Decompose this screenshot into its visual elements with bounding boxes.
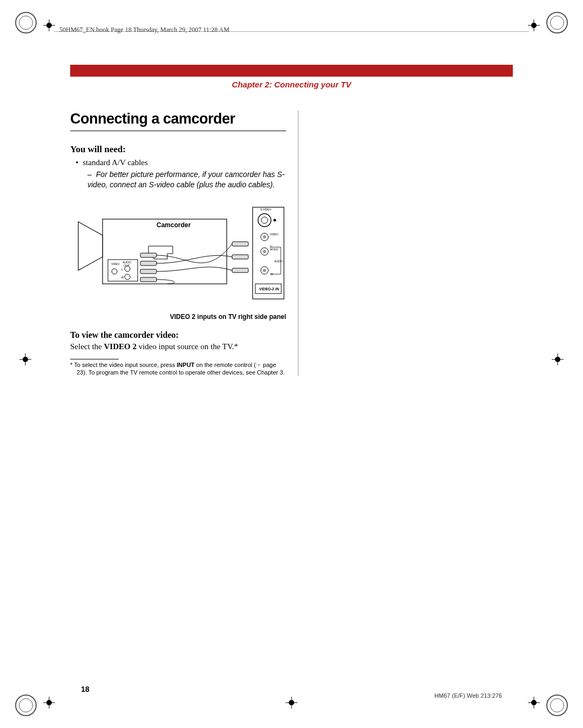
section-heading: Connecting a camcorder	[70, 111, 286, 131]
page-root: 50HM67_EN.book Page 18 Thursday, March 2…	[0, 0, 583, 728]
view-heading: To view the camcorder video:	[70, 330, 286, 340]
registration-mark-icon	[552, 353, 564, 365]
chapter-bar	[70, 65, 513, 77]
svg-text:R: R	[271, 273, 273, 276]
svg-text:R: R	[121, 276, 124, 279]
view-body: Select the VIDEO 2 video input source on…	[70, 342, 286, 351]
figure-caption: VIDEO 2 inputs on TV right side panel	[70, 313, 286, 321]
footnote-rule	[70, 359, 119, 359]
registration-mark-icon	[528, 19, 540, 31]
footnote: * To select the video input source, pres…	[70, 362, 286, 377]
svg-rect-34	[140, 269, 157, 274]
registration-mark-icon	[286, 697, 297, 709]
svg-point-28	[125, 266, 130, 271]
svg-text:S-VIDEO: S-VIDEO	[260, 208, 272, 211]
page-number: 18	[81, 685, 90, 693]
list-item-text: standard A/V cables	[83, 158, 148, 167]
right-column	[310, 111, 513, 376]
column-divider	[298, 111, 299, 376]
svg-rect-37	[232, 255, 248, 259]
svg-point-48	[263, 250, 266, 253]
svg-point-30	[125, 274, 130, 280]
svg-rect-32	[140, 253, 157, 257]
content-area: Chapter 2: Connecting your TV Connecting…	[70, 65, 513, 376]
left-column: Connecting a camcorder You will need: st…	[70, 111, 286, 376]
web-reference: HM67 (E/F) Web 213:276	[435, 692, 502, 699]
svg-point-53	[263, 269, 266, 272]
svg-rect-36	[232, 242, 248, 246]
svg-point-45	[263, 235, 266, 239]
svg-text:VIDEO-2 IN: VIDEO-2 IN	[259, 287, 279, 291]
header-metadata: 50HM67_EN.book Page 18 Thursday, March 2…	[59, 26, 229, 34]
svg-point-42	[274, 219, 276, 221]
svg-rect-38	[232, 268, 248, 273]
crop-ring-icon	[546, 695, 568, 716]
list-item: standard A/V cables For better picture p…	[76, 158, 286, 190]
svg-text:AUDIO: AUDIO	[274, 260, 283, 263]
registration-mark-icon	[19, 353, 31, 365]
crop-ring-icon	[546, 12, 568, 33]
svg-text:VIDEO: VIDEO	[270, 233, 279, 236]
registration-mark-icon	[528, 697, 540, 709]
registration-mark-icon	[43, 19, 55, 31]
crop-ring-icon	[15, 12, 37, 33]
registration-mark-icon	[43, 697, 55, 709]
svg-text:VIDEO: VIDEO	[111, 262, 120, 266]
svg-point-27	[112, 269, 117, 274]
svg-marker-22	[78, 222, 103, 270]
camcorder-label: Camcorder	[157, 221, 191, 229]
list-subitem: For better picture performance, if your …	[87, 169, 286, 190]
svg-point-41	[261, 217, 268, 223]
svg-rect-33	[140, 261, 157, 266]
crop-ring-icon	[15, 695, 37, 716]
svg-text:MONO: MONO	[270, 248, 279, 251]
you-will-need-heading: You will need:	[70, 144, 286, 155]
chapter-title: Chapter 2: Connecting your TV	[70, 80, 513, 89]
svg-rect-35	[140, 277, 157, 282]
needs-list: standard A/V cables For better picture p…	[70, 158, 286, 190]
connection-diagram: Camcorder VIDEO AUDIO OUT L R	[70, 198, 286, 308]
